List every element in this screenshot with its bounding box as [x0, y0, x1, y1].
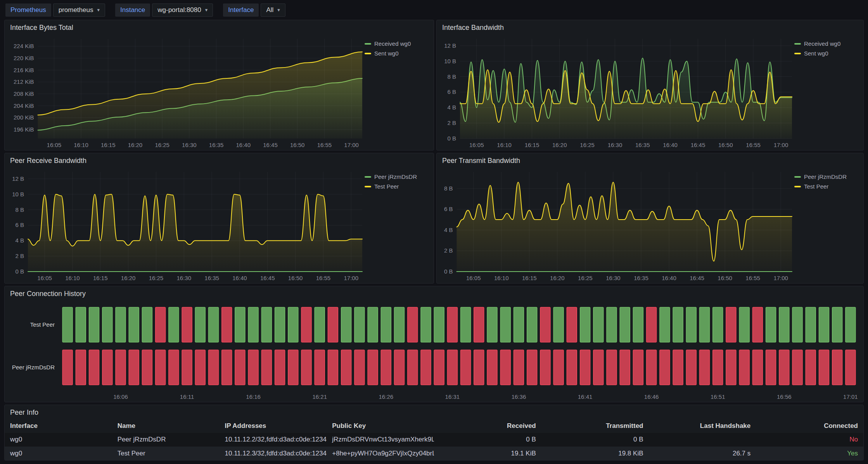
svg-text:16:45: 16:45: [691, 142, 705, 148]
panel-interface-bandwidth: Interface Bandwidth 0 B2 B4 B6 B8 B10 B1…: [436, 20, 864, 151]
dashboard-grid: Interface Bytes Total 196 KiB200 KiB204 …: [0, 20, 868, 464]
svg-text:208 KiB: 208 KiB: [14, 90, 34, 97]
svg-text:16:25: 16:25: [149, 275, 164, 281]
legend-item[interactable]: Peer jRzmDsDR: [365, 173, 430, 180]
svg-text:6 B: 6 B: [447, 88, 456, 95]
svg-text:16:40: 16:40: [236, 142, 251, 148]
variable-instance-picker[interactable]: wg-portal:8080 ▾: [152, 3, 213, 17]
svg-text:4 B: 4 B: [447, 104, 456, 111]
column-header-public-key[interactable]: Public Key: [327, 422, 434, 430]
chevron-down-icon: ▾: [205, 7, 208, 12]
svg-text:4 B: 4 B: [444, 227, 453, 233]
svg-text:0 B: 0 B: [447, 135, 456, 142]
column-header-interface[interactable]: Interface: [5, 422, 112, 430]
table-cell: 19.8 KiB: [541, 450, 649, 457]
svg-text:16:30: 16:30: [608, 142, 622, 148]
table-header-row: InterfaceNameIP AddressesPublic KeyRecei…: [5, 419, 863, 433]
legend-series-label: Test Peer: [374, 183, 399, 190]
legend: Received wg0Sent wg0: [365, 34, 434, 150]
timeseries-chart[interactable]: 196 KiB200 KiB204 KiB208 KiB212 KiB216 K…: [5, 34, 365, 150]
panel-title[interactable]: Peer Connection History: [5, 286, 863, 300]
svg-text:12 B: 12 B: [12, 175, 24, 182]
column-header-received[interactable]: Received: [434, 422, 541, 430]
variable-datasource-value: prometheus: [59, 6, 93, 14]
legend: Peer jRzmDsDRTest Peer: [365, 167, 434, 283]
svg-text:16:36: 16:36: [512, 393, 526, 400]
legend: Peer jRzmDsDRTest Peer: [794, 167, 863, 283]
variable-instance-label: Instance: [115, 3, 150, 17]
svg-text:6 B: 6 B: [15, 222, 24, 228]
svg-text:16:46: 16:46: [644, 393, 659, 400]
svg-text:16:11: 16:11: [180, 393, 194, 400]
dashboard-toolbar: Prometheus prometheus ▾ Instance wg-port…: [0, 0, 868, 20]
panel-title[interactable]: Peer Receive Bandwidth: [5, 153, 434, 167]
svg-text:16:05: 16:05: [37, 275, 52, 281]
svg-text:16:40: 16:40: [663, 142, 678, 148]
variable-interface-picker[interactable]: All ▾: [261, 3, 285, 17]
legend-series-label: Test Peer: [804, 183, 828, 190]
column-header-name[interactable]: Name: [112, 422, 220, 430]
svg-text:16:31: 16:31: [445, 393, 460, 400]
variable-instance-value: wg-portal:8080: [157, 6, 201, 14]
svg-text:216 KiB: 216 KiB: [14, 67, 34, 73]
variable-interface: Interface All ▾: [223, 3, 285, 17]
panel-title[interactable]: Peer Info: [5, 405, 863, 419]
legend-item[interactable]: Sent wg0: [794, 50, 859, 57]
timeseries-chart[interactable]: 0 B2 B4 B6 B8 B16:0516:1016:1516:2016:25…: [437, 167, 794, 283]
column-header-ip-addresses[interactable]: IP Addresses: [220, 422, 327, 430]
column-header-last-handshake[interactable]: Last Handshake: [649, 422, 756, 430]
legend-series-label: Sent wg0: [374, 50, 399, 57]
svg-text:16:10: 16:10: [497, 142, 512, 148]
table-cell: +8he+pyWH7Oa9g2FVjIxQzy04brLX+D: [327, 450, 434, 457]
panel-title[interactable]: Interface Bytes Total: [5, 20, 434, 34]
column-header-connected[interactable]: Connected: [756, 422, 863, 430]
svg-text:16:20: 16:20: [121, 275, 136, 281]
legend: Received wg0Sent wg0: [794, 34, 863, 150]
table-cell: Peer jRzmDsDR: [112, 436, 220, 443]
panel-title[interactable]: Interface Bandwidth: [437, 20, 863, 34]
status-history-chart[interactable]: Test PeerPeer jRzmDsDR16:0616:1116:1616:…: [5, 300, 863, 402]
variable-interface-value: All: [266, 6, 273, 14]
svg-text:212 KiB: 212 KiB: [14, 78, 34, 85]
legend-series-color: [365, 186, 371, 187]
svg-text:17:01: 17:01: [843, 393, 858, 400]
legend-series-color: [365, 53, 371, 54]
svg-text:16:50: 16:50: [718, 275, 732, 281]
svg-text:6 B: 6 B: [444, 206, 453, 212]
svg-text:16:41: 16:41: [578, 393, 593, 400]
legend-item[interactable]: Peer jRzmDsDR: [794, 173, 859, 180]
table-row[interactable]: wg0Test Peer10.11.12.3/32,fdfd:d3ad:c0de…: [5, 447, 863, 460]
svg-text:16:56: 16:56: [777, 393, 792, 400]
svg-text:16:30: 16:30: [606, 275, 621, 281]
svg-text:16:05: 16:05: [47, 142, 62, 148]
svg-text:16:21: 16:21: [312, 393, 327, 400]
svg-text:16:10: 16:10: [74, 142, 88, 148]
legend-item[interactable]: Received wg0: [365, 40, 430, 47]
legend-item[interactable]: Received wg0: [794, 40, 859, 47]
legend-item[interactable]: Sent wg0: [365, 50, 430, 57]
table-cell: 10.11.12.2/32,fdfd:d3ad:c0de:1234::1/128: [220, 436, 327, 443]
table-cell: 19.1 KiB: [434, 450, 541, 457]
legend-series-label: Peer jRzmDsDR: [804, 173, 847, 180]
svg-text:16:50: 16:50: [718, 142, 733, 148]
svg-text:16:45: 16:45: [260, 275, 275, 281]
timeseries-chart[interactable]: 0 B2 B4 B6 B8 B10 B12 B16:0516:1016:1516…: [5, 167, 365, 283]
svg-text:16:26: 16:26: [379, 393, 394, 400]
variable-datasource-picker[interactable]: prometheus ▾: [53, 3, 105, 17]
chevron-down-icon: ▾: [97, 7, 100, 12]
legend-item[interactable]: Test Peer: [365, 183, 430, 190]
table-row[interactable]: wg0Peer jRzmDsDR10.11.12.2/32,fdfd:d3ad:…: [5, 433, 863, 447]
column-header-transmitted[interactable]: Transmitted: [541, 422, 649, 430]
legend-series-color: [794, 176, 801, 178]
svg-text:16:50: 16:50: [288, 275, 303, 281]
svg-text:16:40: 16:40: [662, 275, 676, 281]
variable-datasource: Prometheus prometheus ▾: [5, 3, 105, 17]
variable-interface-label: Interface: [223, 3, 259, 17]
panel-title[interactable]: Peer Transmit Bandwidth: [437, 153, 863, 167]
svg-text:16:15: 16:15: [101, 142, 116, 148]
panel-peer-connection-history: Peer Connection History Test PeerPeer jR…: [4, 286, 864, 402]
legend-item[interactable]: Test Peer: [794, 183, 859, 190]
svg-text:16:35: 16:35: [634, 275, 648, 281]
svg-text:16:50: 16:50: [290, 142, 305, 148]
timeseries-chart[interactable]: 0 B2 B4 B6 B8 B10 B12 B16:0516:1016:1516…: [437, 34, 794, 150]
